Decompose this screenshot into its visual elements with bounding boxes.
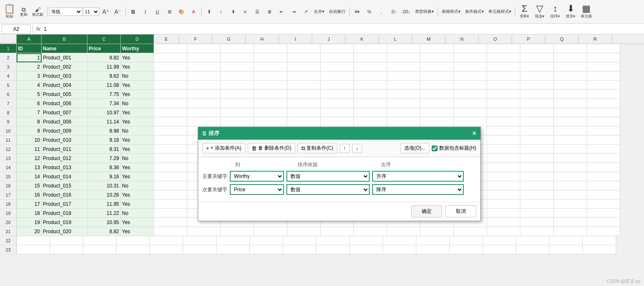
col-header-b[interactable]: B bbox=[42, 35, 87, 44]
cell-8-col5[interactable] bbox=[187, 108, 221, 117]
cell-8-col13[interactable] bbox=[454, 108, 487, 117]
cell-13-col15[interactable] bbox=[520, 154, 554, 163]
cell-5-col17[interactable] bbox=[587, 81, 620, 90]
cell-21-price[interactable]: 8.82 bbox=[87, 227, 121, 236]
cell-4-col16[interactable] bbox=[554, 72, 587, 81]
cell-23-col16[interactable] bbox=[550, 245, 583, 254]
cell-9-col16[interactable] bbox=[554, 117, 587, 126]
align-top-button[interactable]: ⬆ bbox=[203, 8, 215, 16]
cell-11-col15[interactable] bbox=[520, 136, 554, 145]
cell-23-col9[interactable] bbox=[316, 245, 350, 254]
format-paint-button[interactable]: 🖌 格式刷 bbox=[30, 5, 45, 18]
cell-8-col8[interactable] bbox=[287, 108, 321, 117]
cell-18-col16[interactable] bbox=[554, 200, 587, 209]
cell-2-worthy[interactable]: Yes bbox=[121, 53, 154, 62]
cell-22-col3[interactable] bbox=[117, 236, 150, 245]
cell-16-col4[interactable] bbox=[154, 181, 187, 190]
cell-20-col15[interactable] bbox=[520, 218, 554, 227]
cell-6-col5[interactable] bbox=[187, 90, 221, 99]
cell-23-col8[interactable] bbox=[283, 245, 316, 254]
cell-21-col8[interactable] bbox=[287, 227, 321, 236]
cell-9-col5[interactable] bbox=[187, 117, 221, 126]
cell-7-col7[interactable] bbox=[254, 99, 287, 108]
cell-2-col9[interactable] bbox=[321, 53, 354, 62]
row-num-8[interactable]: 8 bbox=[0, 108, 17, 117]
cell-3-col8[interactable] bbox=[287, 62, 321, 72]
col-header-r[interactable]: R bbox=[579, 35, 612, 44]
cell-12-worthy[interactable]: Yes bbox=[121, 145, 154, 154]
cell-13-col16[interactable] bbox=[554, 154, 587, 163]
cell-12-col17[interactable] bbox=[587, 145, 620, 154]
cell-6-col4[interactable] bbox=[154, 90, 187, 99]
cell-23-col3[interactable] bbox=[117, 245, 150, 254]
cell-13-col14[interactable] bbox=[487, 154, 520, 163]
cell-4-id[interactable]: 3 bbox=[17, 72, 42, 81]
header-cell-price[interactable]: Price bbox=[87, 44, 121, 53]
col-header-d[interactable]: D bbox=[121, 35, 154, 44]
decimal-dec-button[interactable]: .00↓ bbox=[400, 8, 413, 15]
cell-9-col17[interactable] bbox=[587, 117, 620, 126]
cell-3-col10[interactable] bbox=[354, 62, 387, 72]
cell-13-name[interactable]: Product_012 bbox=[42, 154, 87, 163]
cell-21-col9[interactable] bbox=[321, 227, 354, 236]
cell-8-col11[interactable] bbox=[387, 108, 420, 117]
cell-21-col16[interactable] bbox=[554, 227, 587, 236]
cell-6-col12[interactable] bbox=[420, 90, 454, 99]
cell-20-price[interactable]: 10.95 bbox=[87, 218, 121, 227]
cell-23-col12[interactable] bbox=[416, 245, 450, 254]
copy-condition-button[interactable]: ⧉ 复制条件(C) bbox=[298, 143, 337, 153]
header-cell-empty-6[interactable] bbox=[221, 44, 254, 53]
cell-4-col12[interactable] bbox=[420, 72, 454, 81]
cell-22-col4[interactable] bbox=[150, 236, 183, 245]
cell-22-col9[interactable] bbox=[316, 236, 350, 245]
cell-14-col4[interactable] bbox=[154, 163, 187, 172]
cell-9-col8[interactable] bbox=[287, 117, 321, 126]
cell-21-name[interactable]: Product_020 bbox=[42, 227, 87, 236]
cell-7-col8[interactable] bbox=[287, 99, 321, 108]
wrap-button[interactable]: 自动换行 bbox=[327, 7, 348, 16]
cell-7-col15[interactable] bbox=[520, 99, 554, 108]
header-cell-empty-4[interactable] bbox=[154, 44, 187, 53]
cell-15-worthy[interactable]: Yes bbox=[121, 172, 154, 181]
cell-button[interactable]: ▦ 单元格 bbox=[579, 1, 594, 22]
currency-button[interactable]: ¥▾ bbox=[351, 8, 363, 16]
cell-3-id[interactable]: 2 bbox=[17, 62, 42, 72]
header-cell-empty-11[interactable] bbox=[387, 44, 420, 53]
cell-14-id[interactable]: 13 bbox=[17, 163, 42, 172]
cell-22-col11[interactable] bbox=[383, 236, 416, 245]
cell-6-worthy[interactable]: Yes bbox=[121, 90, 154, 99]
cell-21-col14[interactable] bbox=[487, 227, 520, 236]
cell-8-col4[interactable] bbox=[154, 108, 187, 117]
cell-4-worthy[interactable]: No bbox=[121, 72, 154, 81]
cell-16-col16[interactable] bbox=[554, 181, 587, 190]
cell-5-col16[interactable] bbox=[554, 81, 587, 90]
cell-4-col15[interactable] bbox=[520, 72, 554, 81]
cell-10-col15[interactable] bbox=[520, 126, 554, 136]
cell-20-name[interactable]: Product_019 bbox=[42, 218, 87, 227]
col-header-l[interactable]: L bbox=[379, 35, 412, 44]
cell-15-col16[interactable] bbox=[554, 172, 587, 181]
cell-15-name[interactable]: Product_014 bbox=[42, 172, 87, 181]
cell-8-col12[interactable] bbox=[420, 108, 454, 117]
cell-13-col4[interactable] bbox=[154, 154, 187, 163]
col-header-g[interactable]: G bbox=[212, 35, 246, 44]
col-header-j[interactable]: J bbox=[312, 35, 346, 44]
cell-18-col4[interactable] bbox=[154, 200, 187, 209]
cell-23-col0[interactable] bbox=[17, 245, 50, 254]
cell-22-col17[interactable] bbox=[583, 236, 616, 245]
row-num-4[interactable]: 4 bbox=[0, 72, 17, 81]
cell-2-col8[interactable] bbox=[287, 53, 321, 62]
cell-17-col14[interactable] bbox=[487, 190, 520, 200]
row-num-15[interactable]: 15 bbox=[0, 172, 17, 181]
cell-3-price[interactable]: 11.99 bbox=[87, 62, 121, 72]
cell-7-col17[interactable] bbox=[587, 99, 620, 108]
cell-15-price[interactable]: 9.16 bbox=[87, 172, 121, 181]
cell-12-col14[interactable] bbox=[487, 145, 520, 154]
dialog-close-button[interactable]: × bbox=[472, 130, 476, 137]
cell-20-col16[interactable] bbox=[554, 218, 587, 227]
cell-8-name[interactable]: Product_007 bbox=[42, 108, 87, 117]
cell-8-price[interactable]: 10.97 bbox=[87, 108, 121, 117]
cell-21-col11[interactable] bbox=[387, 227, 420, 236]
align-middle-button[interactable]: ↕ bbox=[215, 8, 227, 15]
primary-col-select[interactable]: Worthy Price Name ID bbox=[230, 171, 284, 182]
